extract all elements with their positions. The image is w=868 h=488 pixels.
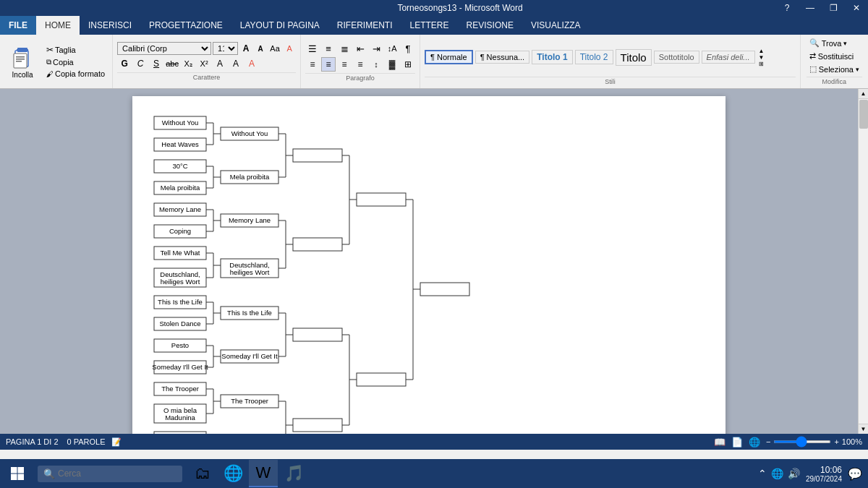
svg-text:Without You: Without You [231, 129, 268, 137]
titlebar-title: Torneosongs13 - Microsoft Word [145, 3, 775, 13]
tab-progettazione[interactable]: PROGETTAZIONE [140, 16, 231, 35]
notification-button[interactable]: 💬 [848, 467, 862, 481]
zoom-level: 100% [842, 437, 862, 446]
tab-lettere[interactable]: LETTERE [401, 16, 458, 35]
tab-visualizza[interactable]: VISUALIZZA [522, 16, 590, 35]
statusbar: PAGINA 1 DI 2 0 PAROLE 📝 📖 📄 🌐 − + 100% [0, 434, 868, 450]
vertical-scrollbar[interactable]: ▲ ▼ [858, 89, 868, 434]
font-shrink-button[interactable]: A [254, 42, 267, 55]
print-layout-button[interactable]: 📄 [731, 437, 743, 448]
sostituisci-button[interactable]: ⇄ Sostituisci [807, 51, 862, 61]
chevron-up-icon[interactable]: ⌃ [758, 468, 767, 479]
scroll-down-button[interactable]: ▼ [859, 424, 868, 434]
shading-button[interactable]: ▓ [385, 57, 399, 72]
taskbar-app-word[interactable]: W [249, 460, 278, 487]
align-left-button[interactable]: ≡ [305, 57, 320, 72]
font-size-select[interactable]: 11 [213, 42, 238, 55]
underline-button[interactable]: S [149, 56, 163, 71]
highlight-button[interactable]: A [229, 56, 243, 71]
tab-file[interactable]: FILE [0, 16, 36, 35]
network-icon[interactable]: 🌐 [771, 468, 783, 479]
word-content[interactable]: Without You Heat Waves 30°C Mela proibit… [0, 89, 858, 434]
ribbon-content: Incolla ✂ Taglia ⧉ Copia 🖌 Copia formato… [0, 35, 868, 89]
taskbar-app-chrome[interactable]: 🌐 [218, 460, 247, 487]
svg-text:Tell Me What: Tell Me What [161, 249, 200, 257]
copia-formato-button[interactable]: 🖌 Copia formato [43, 69, 108, 79]
ribbon-tabs: FILE HOME INSERISCI PROGETTAZIONE LAYOUT… [0, 16, 868, 35]
taskbar-app-spotify[interactable]: 🎵 [279, 460, 308, 487]
increase-indent-button[interactable]: ⇥ [369, 41, 383, 56]
help-button[interactable]: ? [775, 0, 799, 16]
style-emphasis[interactable]: Enfasi deli... [702, 51, 755, 64]
audio-icon[interactable]: 🔊 [788, 468, 800, 479]
borders-button[interactable]: ⊞ [401, 57, 415, 72]
styles-gallery-scroll[interactable]: ▲ ▼ ⊞ [759, 48, 765, 67]
sort-button[interactable]: ↕A [385, 41, 399, 56]
line-spacing-button[interactable]: ↕ [369, 57, 383, 72]
edit-mode-icon[interactable]: 📝 [111, 437, 122, 447]
close-button[interactable]: ✕ [845, 0, 868, 16]
svg-rect-108 [293, 328, 342, 341]
italic-button[interactable]: C [133, 56, 148, 71]
paste-button[interactable]: Incolla [4, 43, 41, 81]
taskbar-search-input[interactable] [58, 468, 174, 479]
tab-layout[interactable]: LAYOUT DI PAGINA [231, 16, 328, 35]
superscript-button[interactable]: X² [197, 56, 211, 71]
text-color-button[interactable]: A [244, 56, 259, 71]
numbering-button[interactable]: ≡ [321, 41, 336, 56]
minimize-button[interactable]: — [799, 0, 822, 16]
trova-button[interactable]: 🔍 Trova ▾ [807, 38, 862, 48]
svg-text:Mela proibita: Mela proibita [161, 184, 200, 192]
style-title2[interactable]: Titolo 2 [575, 50, 613, 64]
subscript-button[interactable]: X₂ [181, 56, 195, 71]
style-title1[interactable]: Titolo 1 [532, 50, 572, 64]
zoom-in-button[interactable]: + [834, 437, 838, 446]
word-outer: Without You Heat Waves 30°C Mela proibit… [0, 89, 868, 434]
tab-inserisci[interactable]: INSERISCI [80, 16, 140, 35]
style-normal[interactable]: ¶ Normale [425, 50, 473, 64]
style-title[interactable]: Titolo [616, 49, 652, 66]
align-right-button[interactable]: ≡ [337, 57, 352, 72]
show-formatting-button[interactable]: ¶ [401, 41, 415, 56]
change-case-button[interactable]: Aa [268, 42, 281, 55]
zoom-slider[interactable] [773, 440, 831, 443]
tab-riferimenti[interactable]: RIFERIMENTI [328, 16, 401, 35]
font-color-button[interactable]: A [213, 56, 227, 71]
taglia-button[interactable]: ✂ Taglia [43, 44, 108, 56]
clear-format-button[interactable]: A [283, 42, 296, 55]
copia-button[interactable]: ⧉ Copia [43, 57, 108, 67]
styles-group: ¶ Normale ¶ Nessuna... Titolo 1 Titolo 2… [420, 35, 801, 88]
strikethrough-button[interactable]: abc [165, 56, 179, 71]
paragraph-group: ☰ ≡ ≣ ⇤ ⇥ ↕A ¶ ≡ ≡ ≡ ≡ ↕ ▓ ⊞ Paragrafo [301, 35, 420, 88]
align-center-button[interactable]: ≡ [321, 57, 336, 72]
page-count: PAGINA 1 DI 2 [6, 437, 59, 446]
taskbar-right: ⌃ 🌐 🔊 10:06 29/07/2024 💬 [752, 465, 868, 483]
taskbar-search[interactable]: 🔍 [38, 466, 182, 482]
bullets-button[interactable]: ☰ [305, 41, 320, 56]
seleziona-button[interactable]: ⬚ Seleziona ▾ [807, 64, 862, 74]
read-mode-button[interactable]: 📖 [714, 437, 726, 448]
style-no-spacing[interactable]: ¶ Nessuna... [475, 51, 530, 64]
multilevel-button[interactable]: ≣ [337, 41, 352, 56]
font-name-select[interactable]: Calibri (Corp [117, 42, 211, 55]
scroll-up-button[interactable]: ▲ [859, 89, 868, 99]
zoom-out-button[interactable]: − [766, 437, 770, 446]
start-button[interactable] [0, 459, 35, 488]
bold-button[interactable]: G [117, 56, 132, 71]
scroll-thumb[interactable] [859, 100, 868, 129]
svg-rect-125 [11, 467, 17, 474]
style-subtitle[interactable]: Sottotitolo [654, 51, 699, 64]
font-grow-button[interactable]: A [239, 42, 252, 55]
web-layout-button[interactable]: 🌐 [749, 437, 760, 448]
styles-group-label: Stili [425, 77, 796, 85]
svg-text:Heat Waves: Heat Waves [161, 140, 199, 148]
justify-button[interactable]: ≡ [353, 57, 367, 72]
svg-text:The Trooper: The Trooper [161, 385, 199, 393]
decrease-indent-button[interactable]: ⇤ [353, 41, 367, 56]
taskbar-app-explorer[interactable]: 🗂 [188, 460, 217, 487]
replace-icon: ⇄ [809, 51, 816, 61]
tab-home[interactable]: HOME [36, 16, 80, 35]
bracket-chart: Without You Heat Waves 30°C Mela proibit… [154, 111, 704, 434]
tab-revisione[interactable]: REVISIONE [458, 16, 522, 35]
restore-button[interactable]: ❐ [822, 0, 845, 16]
